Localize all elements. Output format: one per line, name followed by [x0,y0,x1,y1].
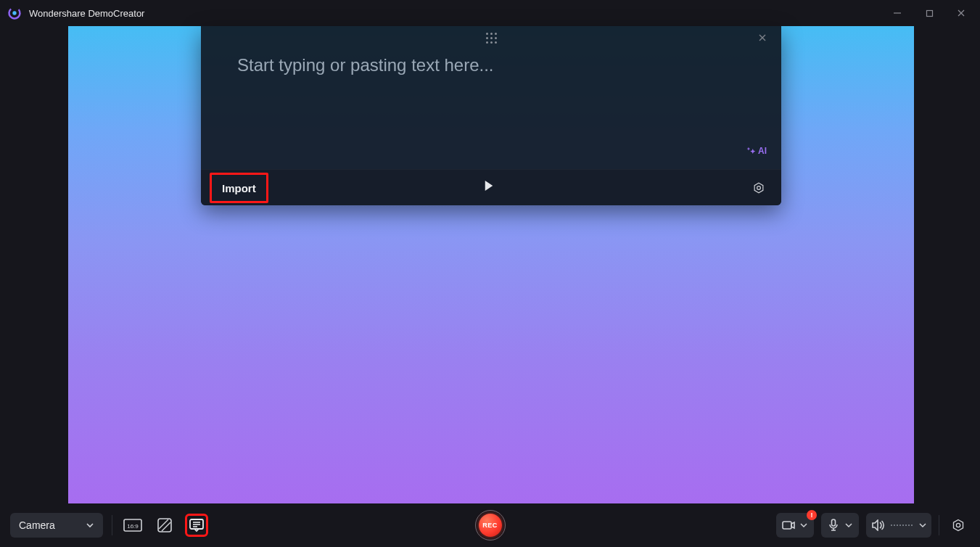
panel-drag-handle[interactable] [201,26,781,49]
background-button[interactable] [153,514,176,537]
app-logo [7,6,22,20]
teleprompter-settings-button[interactable] [752,181,765,194]
svg-line-14 [162,522,170,531]
teleprompter-toggle-button[interactable] [185,514,208,537]
window-minimize-button[interactable] [881,0,913,26]
svg-rect-20 [832,519,836,526]
speaker-device-menu[interactable] [866,513,931,538]
svg-marker-8 [754,183,763,193]
audio-level-dots [888,525,915,526]
teleprompter-panel: AI Import [201,26,781,205]
app-title: Wondershare DemoCreator [29,8,144,19]
separator [112,515,112,535]
microphone-icon [825,519,841,532]
svg-point-22 [956,523,960,527]
svg-text:16:9: 16:9 [127,523,139,530]
teleprompter-textarea[interactable] [237,55,745,163]
chevron-down-icon [917,522,928,529]
teleprompter-play-button[interactable] [484,180,498,196]
chevron-down-icon [86,521,94,530]
separator [939,515,939,535]
window-maximize-button[interactable] [913,0,945,26]
svg-point-1 [12,11,16,15]
svg-point-9 [757,186,761,189]
camera-device-menu[interactable]: ! [776,513,814,538]
microphone-device-menu[interactable] [821,513,859,538]
teleprompter-footer: Import [201,169,781,205]
source-label: Camera [19,519,55,531]
chevron-down-icon [843,522,855,529]
titlebar: Wondershare DemoCreator [0,0,980,26]
svg-line-13 [159,519,168,529]
aspect-ratio-button[interactable]: 16:9 [121,514,144,537]
bottom-toolbar: Camera 16:9 REC ! [0,503,980,547]
ai-generate-button[interactable]: AI [746,146,767,156]
record-label: REC [482,522,498,529]
grip-icon [486,33,497,44]
panel-close-button[interactable] [755,30,770,45]
camera-icon [781,520,796,530]
import-button[interactable]: Import [210,173,268,203]
stage-area: AI Import [0,26,980,503]
speaker-icon [870,519,886,531]
svg-rect-19 [783,522,791,529]
source-select[interactable]: Camera [10,513,103,538]
settings-button[interactable] [947,514,970,537]
ai-label: AI [758,146,767,156]
camera-alert-badge: ! [807,510,817,520]
svg-rect-3 [926,10,932,16]
record-button[interactable]: REC [475,510,506,540]
window-close-button[interactable] [945,0,977,26]
svg-rect-12 [158,519,171,532]
chevron-down-icon [798,522,810,529]
svg-marker-21 [954,520,963,531]
